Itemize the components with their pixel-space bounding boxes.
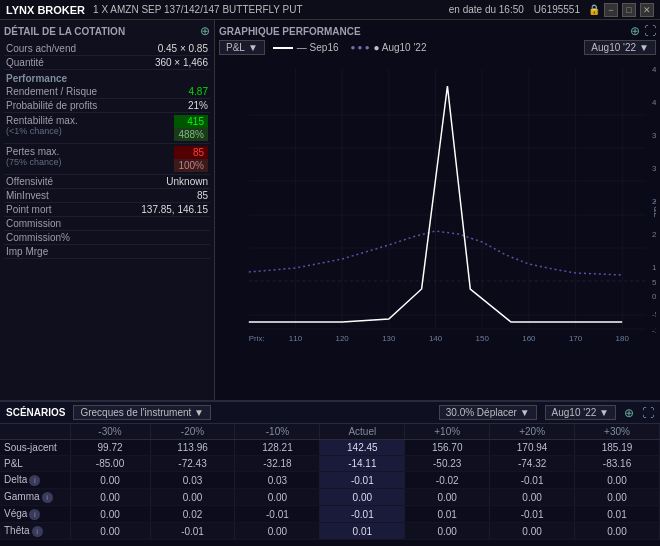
scenarios-expand-icon[interactable]: ⛶ xyxy=(642,406,654,420)
info-icon-3[interactable]: i xyxy=(42,492,53,503)
scenario-cell-0-0: 99.72 xyxy=(70,440,150,456)
mininvest-row: MinInvest 85 xyxy=(4,189,210,203)
maximize-button[interactable]: □ xyxy=(622,3,636,17)
svg-text:110: 110 xyxy=(289,334,303,343)
pointmort-label: Point mort xyxy=(6,204,52,215)
deplacer-label: 30.0% Déplacer xyxy=(446,407,517,418)
col-header-label xyxy=(0,424,70,440)
left-panel-header: DÉTAIL DE LA COTATION ⊕ xyxy=(4,24,210,38)
scenario-row-5: Thêtai0.00-0.010.000.010.000.000.00 xyxy=(0,523,660,540)
scenario-cell-4-0: 0.00 xyxy=(70,506,150,523)
pl-label: P&L xyxy=(226,42,245,53)
probabilite-label: Probabilité de profits xyxy=(6,100,97,111)
scenario-cell-4-3: -0.01 xyxy=(320,506,405,523)
svg-text:-50: -50 xyxy=(652,310,656,319)
pertes-label: Pertes max. xyxy=(6,146,62,157)
scenario-cell-3-3: 0.00 xyxy=(320,489,405,506)
scenario-row-label-4: Végai xyxy=(0,506,70,523)
scenario-row-2: Deltai0.000.030.03-0.01-0.02-0.010.00 xyxy=(0,472,660,489)
scenario-cell-4-5: -0.01 xyxy=(490,506,575,523)
scenario-cell-1-5: -74.32 xyxy=(490,456,575,472)
offensivite-value: Unknown xyxy=(166,176,208,187)
user-id: U6195551 xyxy=(534,4,580,15)
scenario-row-0: Sous-jacent99.72113.96128.21142.45156.70… xyxy=(0,440,660,456)
cours-row: Cours ach/vend 0.45 × 0.85 xyxy=(4,42,210,56)
aug-date-label: Aug10 '22 xyxy=(552,407,597,418)
svg-text:50: 50 xyxy=(652,278,656,287)
svg-text:150: 150 xyxy=(652,263,656,272)
cours-value: 0.45 × 0.85 xyxy=(158,43,208,54)
info-icon-5[interactable]: i xyxy=(32,526,43,537)
svg-text:450: 450 xyxy=(652,65,656,74)
main-layout: DÉTAIL DE LA COTATION ⊕ Cours ach/vend 0… xyxy=(0,20,660,400)
commission2-row: Commission% xyxy=(4,231,210,245)
scenario-row-4: Végai0.000.02-0.01-0.010.01-0.010.01 xyxy=(0,506,660,523)
pointmort-row: Point mort 137.85, 146.15 xyxy=(4,203,210,217)
scenario-cell-2-2: 0.03 xyxy=(235,472,320,489)
quantite-row: Quantité 360 × 1,466 xyxy=(4,56,210,70)
scenario-cell-1-2: -32.18 xyxy=(235,456,320,472)
commission2-label: Commission% xyxy=(6,232,70,243)
scenario-cell-4-6: 0.01 xyxy=(575,506,660,523)
rentabilite-row: Rentabilité max. (<1% chance) 415 488% xyxy=(4,113,210,144)
pertes-labels: Pertes max. (75% chance) xyxy=(6,146,62,167)
scenario-cell-3-6: 0.00 xyxy=(575,489,660,506)
deplacer-dropdown[interactable]: 30.0% Déplacer ▼ xyxy=(439,405,537,420)
scenario-cell-5-2: 0.00 xyxy=(235,523,320,540)
scenario-cell-3-2: 0.00 xyxy=(235,489,320,506)
date-info: en date du 16:50 xyxy=(449,4,524,15)
scenario-cell-0-2: 128.21 xyxy=(235,440,320,456)
scenario-cell-5-6: 0.00 xyxy=(575,523,660,540)
info-icon-2[interactable]: i xyxy=(29,475,40,486)
legend-solid-label: — Sep16 xyxy=(297,42,339,53)
rentabilite-labels: Rentabilité max. (<1% chance) xyxy=(6,115,78,136)
date-dropdown[interactable]: Aug10 '22 ▼ xyxy=(584,40,656,55)
pertes-values: 85 100% xyxy=(174,146,208,172)
chart-legend: — Sep16 ● ● ● ● Aug10 '22 xyxy=(273,42,427,53)
scenario-cell-5-1: -0.01 xyxy=(150,523,235,540)
svg-text:160: 160 xyxy=(522,334,536,343)
svg-text:300: 300 xyxy=(652,164,656,173)
col-header-m10: -10% xyxy=(235,424,320,440)
scenario-row-label-0: Sous-jacent xyxy=(0,440,70,456)
grecques-arrow-icon: ▼ xyxy=(194,407,204,418)
chart-link-icon[interactable]: ⊕ xyxy=(630,24,640,38)
scenario-cell-1-4: -50.23 xyxy=(405,456,490,472)
legend-dotted-label: ● Aug10 '22 xyxy=(373,42,426,53)
scenarios-header-row: -30% -20% -10% Actuel +10% +20% +30% xyxy=(0,424,660,440)
svg-text:P&L: P&L xyxy=(652,201,656,218)
chart-expand-icon[interactable]: ⛶ xyxy=(644,24,656,38)
title-bar: LYNX BROKER 1 X AMZN SEP 137/142/147 BUT… xyxy=(0,0,660,20)
grecques-dropdown[interactable]: Grecques de l'instrument ▼ xyxy=(73,405,211,420)
svg-text:Prix:: Prix: xyxy=(249,334,265,343)
chart-icons: ⊕ ⛶ xyxy=(630,24,656,38)
aug-date-dropdown[interactable]: Aug10 '22 ▼ xyxy=(545,405,616,420)
impmrge-row: Imp Mrge xyxy=(4,245,210,259)
scenario-cell-2-5: -0.01 xyxy=(490,472,575,489)
commission-row: Commission xyxy=(4,217,210,231)
col-header-p10: +10% xyxy=(405,424,490,440)
cours-label: Cours ach/vend xyxy=(6,43,76,54)
scenario-cell-2-3: -0.01 xyxy=(320,472,405,489)
close-button[interactable]: ✕ xyxy=(640,3,654,17)
scenario-cell-0-3: 142.45 xyxy=(320,440,405,456)
offensivite-label: Offensivité xyxy=(6,176,53,187)
left-panel-link-icon[interactable]: ⊕ xyxy=(200,24,210,38)
pertes-row: Pertes max. (75% chance) 85 100% xyxy=(4,144,210,175)
scenario-row-3: Gammai0.000.000.000.000.000.000.00 xyxy=(0,489,660,506)
scenarios-panel: SCÉNARIOS Grecques de l'instrument ▼ 30.… xyxy=(0,400,660,546)
svg-text:180: 180 xyxy=(616,334,630,343)
offensivite-row: Offensivité Unknown xyxy=(4,175,210,189)
pertes-val2: 100% xyxy=(174,159,208,172)
info-icon-4[interactable]: i xyxy=(29,509,40,520)
minimize-button[interactable]: − xyxy=(604,3,618,17)
rentabilite-values: 415 488% xyxy=(174,115,208,141)
col-header-actuel: Actuel xyxy=(320,424,405,440)
scenario-cell-5-0: 0.00 xyxy=(70,523,150,540)
legend-solid-line: — Sep16 xyxy=(273,42,339,53)
scenarios-link-icon[interactable]: ⊕ xyxy=(624,406,634,420)
col-header-p30: +30% xyxy=(575,424,660,440)
pl-dropdown[interactable]: P&L ▼ xyxy=(219,40,265,55)
svg-text:-100: -100 xyxy=(652,326,656,335)
scenario-row-label-5: Thêtai xyxy=(0,523,70,540)
